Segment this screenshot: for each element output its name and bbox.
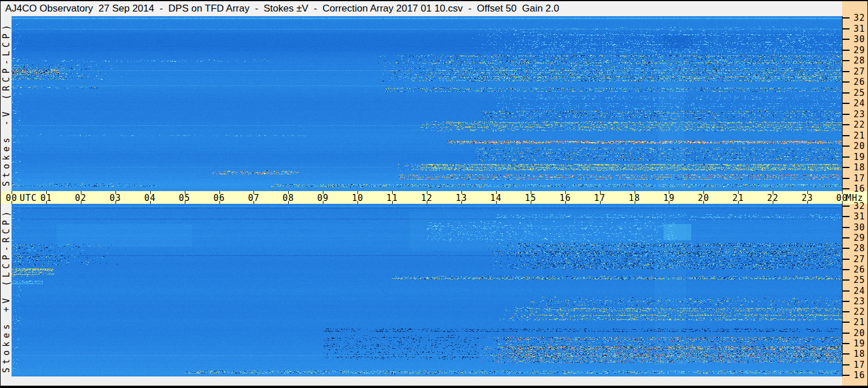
freq-label: 32 bbox=[854, 201, 865, 211]
freq-label: 29 bbox=[854, 233, 865, 243]
time-label: 04 bbox=[144, 193, 156, 203]
freq-label: 31 bbox=[854, 211, 865, 222]
freq-label: 30 bbox=[854, 222, 865, 233]
freq-tick bbox=[842, 322, 850, 323]
time-label: 23 bbox=[802, 193, 813, 203]
freq-tick bbox=[842, 60, 850, 61]
freq-label: 24 bbox=[854, 286, 865, 296]
bottom-panel-axis-line bbox=[842, 204, 843, 376]
time-axis-unit-left: UTC bbox=[20, 193, 37, 203]
freq-label: 20 bbox=[854, 141, 865, 151]
freq-label: 20 bbox=[854, 328, 865, 338]
bottom-panel-ylabel: Stokes +V (LCP-RCP) bbox=[1, 208, 12, 373]
bottom-panel-ylabel-strip: Stokes +V (LCP-RCP) bbox=[1, 204, 12, 376]
bottom-margin bbox=[1, 376, 842, 386]
freq-tick bbox=[842, 146, 850, 147]
freq-tick bbox=[842, 227, 850, 228]
freq-label: 31 bbox=[854, 24, 865, 34]
dynamic-spectrum-top bbox=[12, 16, 842, 191]
time-label: 00 bbox=[6, 193, 17, 203]
time-label: 18 bbox=[628, 193, 640, 203]
frequency-axis-ticks: 3231302928272625242322212019181716323130… bbox=[842, 1, 867, 386]
freq-tick bbox=[842, 92, 850, 94]
time-label: 16 bbox=[560, 193, 571, 203]
freq-label: 19 bbox=[854, 338, 865, 349]
freq-tick bbox=[842, 269, 850, 270]
freq-tick bbox=[842, 353, 850, 355]
freq-label: 16 bbox=[854, 370, 865, 380]
freq-label: 30 bbox=[854, 34, 865, 44]
freq-label: 22 bbox=[854, 120, 865, 130]
time-label: 13 bbox=[456, 193, 467, 203]
spectrograph-window: AJ4CO Observatory 27 Sep 2014 - DPS on T… bbox=[0, 0, 868, 388]
freq-tick bbox=[842, 81, 850, 83]
freq-label: 23 bbox=[854, 109, 865, 120]
freq-label: 29 bbox=[854, 45, 865, 55]
time-label: 03 bbox=[110, 193, 121, 203]
freq-label: 21 bbox=[854, 130, 865, 141]
freq-tick bbox=[842, 178, 850, 179]
freq-tick bbox=[842, 259, 850, 260]
time-label: 01 bbox=[40, 193, 52, 203]
freq-tick bbox=[842, 156, 850, 158]
freq-label: 22 bbox=[854, 307, 865, 317]
time-label: 02 bbox=[75, 193, 87, 203]
time-label: 09 bbox=[317, 193, 329, 203]
time-label: 08 bbox=[282, 193, 294, 203]
time-label: 15 bbox=[525, 193, 537, 203]
freq-label: 18 bbox=[854, 162, 865, 173]
freq-tick bbox=[842, 71, 850, 72]
freq-tick bbox=[842, 311, 850, 312]
freq-label: 18 bbox=[854, 349, 865, 359]
freq-tick bbox=[842, 188, 850, 189]
freq-tick bbox=[842, 17, 850, 18]
freq-tick bbox=[842, 237, 850, 238]
freq-tick bbox=[842, 248, 850, 249]
freq-tick bbox=[842, 103, 850, 104]
freq-tick bbox=[842, 290, 850, 292]
freq-tick bbox=[842, 135, 850, 136]
freq-label: 25 bbox=[854, 88, 865, 98]
top-panel-ylabel-strip: Stokes -V (RCP-LCP) bbox=[1, 16, 12, 191]
freq-tick bbox=[842, 50, 850, 51]
freq-label: 24 bbox=[854, 98, 865, 109]
time-label: 14 bbox=[490, 193, 502, 203]
freq-label: 17 bbox=[854, 173, 865, 184]
time-label: 17 bbox=[594, 193, 606, 203]
time-label: 19 bbox=[663, 193, 675, 203]
freq-tick bbox=[842, 167, 850, 168]
time-label: 07 bbox=[248, 193, 259, 203]
top-panel-ylabel: Stokes -V (RCP-LCP) bbox=[1, 21, 12, 186]
freq-label: 17 bbox=[854, 360, 865, 370]
time-label: 11 bbox=[386, 193, 398, 203]
freq-label: 28 bbox=[854, 55, 865, 66]
freq-label: 27 bbox=[854, 66, 865, 77]
freq-tick bbox=[842, 216, 850, 217]
freq-label: 16 bbox=[854, 184, 865, 194]
freq-tick bbox=[842, 343, 850, 344]
freq-label: 32 bbox=[854, 13, 865, 23]
freq-label: 25 bbox=[854, 275, 865, 285]
freq-label: 27 bbox=[854, 254, 865, 264]
freq-label: 23 bbox=[854, 296, 865, 307]
freq-tick bbox=[842, 114, 850, 115]
freq-tick bbox=[842, 124, 850, 125]
time-label: 12 bbox=[421, 193, 433, 203]
freq-label: 26 bbox=[854, 264, 865, 275]
freq-label: 28 bbox=[854, 243, 865, 253]
time-label: 06 bbox=[213, 193, 225, 203]
title-bar: AJ4CO Observatory 27 Sep 2014 - DPS on T… bbox=[1, 1, 842, 16]
top-panel-axis-line bbox=[842, 16, 843, 191]
dynamic-spectrum-bottom bbox=[12, 204, 842, 376]
time-label: 10 bbox=[352, 193, 363, 203]
freq-label: 21 bbox=[854, 317, 865, 327]
time-label: 22 bbox=[767, 193, 778, 203]
time-label: 05 bbox=[179, 193, 191, 203]
time-label: 20 bbox=[698, 193, 709, 203]
freq-label: 19 bbox=[854, 152, 865, 162]
freq-tick bbox=[842, 364, 850, 365]
time-label: 21 bbox=[732, 193, 744, 203]
freq-tick bbox=[842, 28, 850, 29]
freq-tick bbox=[842, 301, 850, 302]
window-title: AJ4CO Observatory 27 Sep 2014 - DPS on T… bbox=[5, 3, 559, 14]
